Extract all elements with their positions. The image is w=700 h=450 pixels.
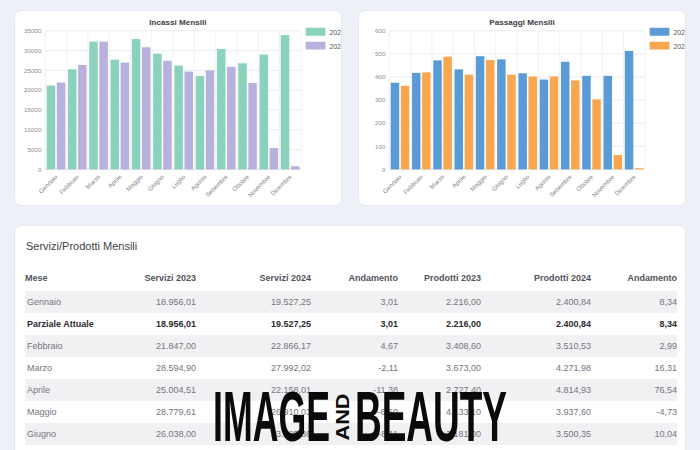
legend-swatch-2023[interactable]: [306, 28, 326, 36]
bar-2024-Giugno[interactable]: [163, 61, 172, 170]
bar-2024-Agosto[interactable]: [550, 77, 559, 170]
bar-2023-Marzo[interactable]: [89, 42, 98, 170]
bar-2024-Gennaio[interactable]: [401, 86, 410, 170]
table-cell: 3,01: [311, 291, 398, 313]
bar-2024-Febbraio[interactable]: [78, 65, 87, 169]
table-cell: -8,11: [311, 423, 398, 445]
bar-2023-Maggio[interactable]: [476, 56, 485, 169]
table-cell: 10,04: [591, 423, 677, 445]
legend-swatch-2024[interactable]: [650, 42, 670, 50]
bar-2023-Dicembre[interactable]: [625, 51, 634, 169]
bar-2023-Novembre[interactable]: [604, 76, 613, 170]
bar-2023-Agosto[interactable]: [196, 76, 205, 169]
bar-2023-Febbraio[interactable]: [68, 69, 77, 169]
table-row: Marzo28.594,9027.992,02-2,113.673,004.27…: [25, 357, 677, 379]
bar-2024-Novembre[interactable]: [614, 155, 623, 169]
table-cell: 3,01: [311, 313, 398, 335]
table-cell: 27.992,02: [196, 357, 311, 379]
x-tick-label: Dicembre: [613, 173, 637, 197]
y-tick-label: 500: [375, 50, 386, 57]
column-header-5: Prodotti 2024: [481, 267, 591, 291]
bar-2024-Ottobre[interactable]: [248, 83, 257, 169]
table-cell: 3.937,60: [481, 401, 591, 423]
bar-2024-Maggio[interactable]: [142, 47, 151, 169]
table-cell: 8,34: [591, 313, 677, 335]
bar-2023-Aprile[interactable]: [455, 69, 464, 169]
table-cell: 4.814,93: [481, 379, 591, 401]
table-cell: 19.527,25: [196, 313, 311, 335]
bar-2024-Luglio[interactable]: [528, 77, 537, 170]
bar-2023-Dicembre[interactable]: [281, 35, 290, 169]
y-tick-label: 35000: [24, 27, 42, 34]
y-tick-label: 200: [375, 119, 386, 126]
servizi-prodotti-card: Servizi/Prodotti Mensili MeseServizi 202…: [14, 225, 686, 450]
incassi-chart-card: 05000100001500020000250003000035000Genna…: [14, 10, 342, 206]
x-tick-label: Gennaio: [381, 173, 403, 195]
bar-2024-Novembre[interactable]: [270, 148, 279, 169]
bar-2024-Luglio[interactable]: [184, 72, 193, 170]
monthly-table: MeseServizi 2023Servizi 2024AndamentoPro…: [25, 267, 677, 445]
table-cell: -2,11: [311, 357, 398, 379]
bar-2023-Agosto[interactable]: [540, 80, 549, 170]
bar-2024-Febbraio[interactable]: [422, 72, 431, 169]
legend-swatch-2023[interactable]: [650, 28, 670, 36]
bar-2023-Aprile[interactable]: [111, 60, 120, 170]
table-cell: 28.594,90: [125, 357, 196, 379]
legend-swatch-2024[interactable]: [306, 42, 326, 50]
bar-2024-Marzo[interactable]: [99, 42, 108, 170]
bar-2024-Dicembre[interactable]: [635, 168, 644, 169]
bar-2024-Agosto[interactable]: [206, 70, 215, 169]
bar-2024-Dicembre[interactable]: [291, 166, 300, 169]
table-cell: 26.038,00: [125, 423, 196, 445]
column-header-3: Andamento: [311, 267, 398, 291]
dashboard-page: { "page": { "background": "#eef0f7" }, "…: [0, 0, 700, 450]
bar-2024-Marzo[interactable]: [443, 57, 452, 170]
x-tick-label: Agosto: [533, 173, 552, 192]
table-cell: 76,54: [591, 379, 677, 401]
bar-2023-Giugno[interactable]: [497, 59, 506, 169]
bar-2024-Settembre[interactable]: [571, 80, 580, 169]
bar-2024-Maggio[interactable]: [486, 60, 495, 169]
row-label: Gennaio: [25, 291, 125, 313]
table-title: Servizi/Prodotti Mensili: [15, 226, 685, 252]
x-tick-label: Luglio: [170, 173, 187, 190]
bar-2023-Settembre[interactable]: [217, 49, 226, 169]
table-row: Gennaio18.956,0119.527,253,012.216,002.4…: [25, 291, 677, 313]
bar-2023-Luglio[interactable]: [518, 73, 527, 169]
bar-2023-Marzo[interactable]: [433, 60, 442, 169]
bar-2023-Novembre[interactable]: [260, 55, 269, 170]
bar-2023-Maggio[interactable]: [132, 39, 141, 169]
y-tick-label: 30000: [24, 47, 42, 54]
x-tick-label: Settembre: [548, 173, 574, 199]
x-tick-label: Marzo: [84, 173, 102, 191]
bar-2024-Settembre[interactable]: [227, 67, 236, 170]
table-cell: 4,67: [311, 335, 398, 357]
bar-2024-Aprile[interactable]: [121, 63, 130, 170]
table-cell: 21.847,00: [125, 335, 196, 357]
bar-2024-Gennaio[interactable]: [57, 83, 66, 170]
bar-2023-Febbraio[interactable]: [412, 73, 421, 170]
table-cell: 2.400,84: [481, 291, 591, 313]
bar-2023-Settembre[interactable]: [561, 62, 570, 170]
x-tick-label: Maggio: [468, 173, 488, 193]
bar-2023-Gennaio[interactable]: [47, 86, 56, 170]
row-label: Maggio: [25, 401, 125, 423]
bar-2024-Ottobre[interactable]: [592, 99, 601, 169]
bar-2024-Giugno[interactable]: [507, 75, 516, 170]
x-tick-label: Giugno: [146, 173, 166, 193]
x-tick-label: Marzo: [428, 173, 446, 191]
x-tick-label: Novembre: [246, 173, 272, 199]
legend-label-2024: 2024: [673, 43, 685, 50]
table-cell: 2.727,40: [398, 379, 481, 401]
table-row: Parziale Attuale18.956,0119.527,253,012.…: [25, 313, 677, 335]
bar-2024-Aprile[interactable]: [465, 75, 474, 170]
table-row: Giugno26.038,0023.925,36-8,113.181,003.5…: [25, 423, 677, 445]
table-cell: -11,38: [311, 379, 398, 401]
bar-2023-Gennaio[interactable]: [391, 83, 400, 170]
bar-2023-Luglio[interactable]: [174, 66, 183, 170]
bar-2023-Ottobre[interactable]: [582, 76, 591, 170]
bar-2023-Ottobre[interactable]: [238, 63, 247, 169]
chart-title: Incassi Mensili: [149, 18, 206, 27]
table-cell: -4,73: [591, 401, 677, 423]
bar-2023-Giugno[interactable]: [153, 54, 162, 170]
